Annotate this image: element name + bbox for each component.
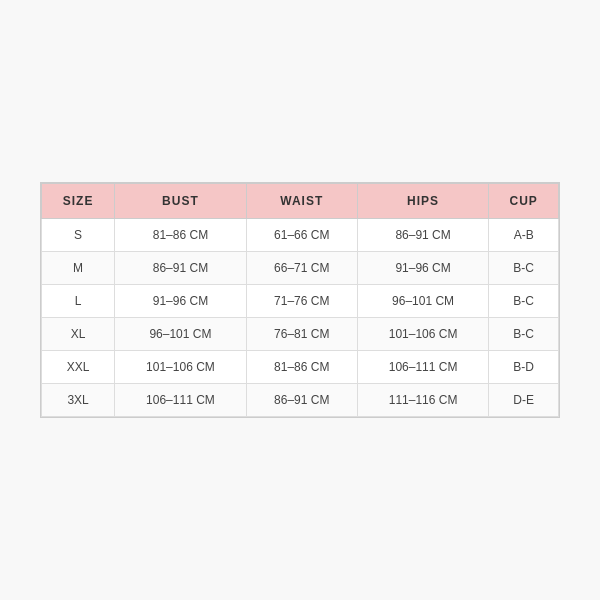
table-body: S81–86 CM61–66 CM86–91 CMA-BM86–91 CM66–… xyxy=(42,219,559,417)
cell-hips: 101–106 CM xyxy=(357,318,489,351)
cell-hips: 111–116 CM xyxy=(357,384,489,417)
cell-hips: 86–91 CM xyxy=(357,219,489,252)
header-bust: BUST xyxy=(115,184,247,219)
cell-waist: 86–91 CM xyxy=(246,384,357,417)
cell-hips: 91–96 CM xyxy=(357,252,489,285)
table-row: L91–96 CM71–76 CM96–101 CMB-C xyxy=(42,285,559,318)
size-chart-container: SIZE BUST WAIST HIPS CUP S81–86 CM61–66 … xyxy=(40,182,560,418)
cell-size: S xyxy=(42,219,115,252)
header-hips: HIPS xyxy=(357,184,489,219)
header-cup: CUP xyxy=(489,184,559,219)
cell-size: XL xyxy=(42,318,115,351)
table-row: 3XL106–111 CM86–91 CM111–116 CMD-E xyxy=(42,384,559,417)
cell-waist: 76–81 CM xyxy=(246,318,357,351)
header-size: SIZE xyxy=(42,184,115,219)
cell-cup: B-C xyxy=(489,252,559,285)
cell-size: L xyxy=(42,285,115,318)
table-row: S81–86 CM61–66 CM86–91 CMA-B xyxy=(42,219,559,252)
cell-waist: 66–71 CM xyxy=(246,252,357,285)
table-row: XL96–101 CM76–81 CM101–106 CMB-C xyxy=(42,318,559,351)
header-waist: WAIST xyxy=(246,184,357,219)
cell-cup: B-C xyxy=(489,318,559,351)
size-chart-table: SIZE BUST WAIST HIPS CUP S81–86 CM61–66 … xyxy=(41,183,559,417)
cell-size: M xyxy=(42,252,115,285)
table-row: XXL101–106 CM81–86 CM106–111 CMB-D xyxy=(42,351,559,384)
cell-bust: 86–91 CM xyxy=(115,252,247,285)
cell-waist: 81–86 CM xyxy=(246,351,357,384)
cell-bust: 91–96 CM xyxy=(115,285,247,318)
cell-size: 3XL xyxy=(42,384,115,417)
cell-hips: 106–111 CM xyxy=(357,351,489,384)
cell-cup: B-D xyxy=(489,351,559,384)
cell-cup: A-B xyxy=(489,219,559,252)
cell-waist: 61–66 CM xyxy=(246,219,357,252)
cell-bust: 106–111 CM xyxy=(115,384,247,417)
cell-size: XXL xyxy=(42,351,115,384)
table-row: M86–91 CM66–71 CM91–96 CMB-C xyxy=(42,252,559,285)
table-header-row: SIZE BUST WAIST HIPS CUP xyxy=(42,184,559,219)
cell-cup: B-C xyxy=(489,285,559,318)
cell-hips: 96–101 CM xyxy=(357,285,489,318)
cell-cup: D-E xyxy=(489,384,559,417)
cell-bust: 81–86 CM xyxy=(115,219,247,252)
cell-waist: 71–76 CM xyxy=(246,285,357,318)
cell-bust: 96–101 CM xyxy=(115,318,247,351)
cell-bust: 101–106 CM xyxy=(115,351,247,384)
